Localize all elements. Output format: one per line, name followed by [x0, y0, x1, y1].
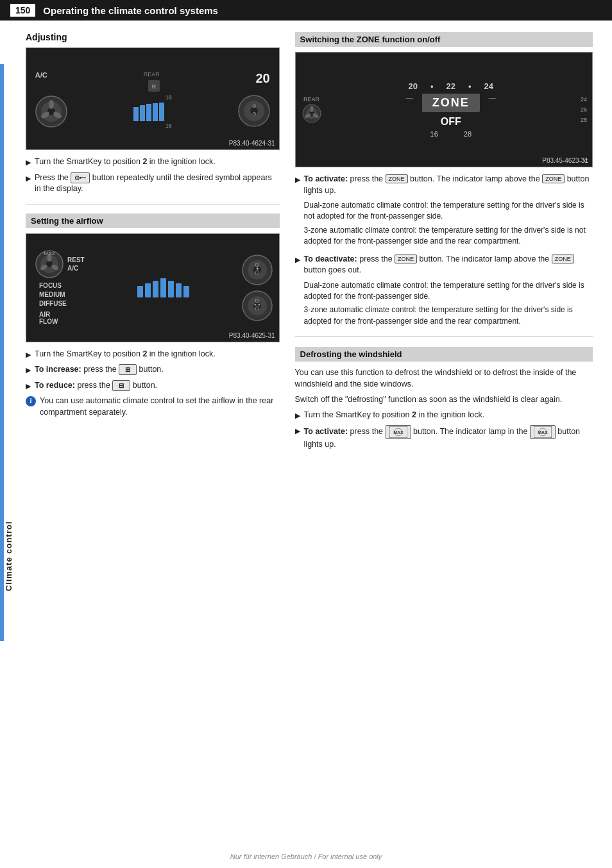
diffuse-label: DIFFUSE: [39, 300, 85, 307]
svg-text:⊙: ⊙: [251, 103, 256, 109]
zone-dot-2: •: [468, 81, 472, 91]
footer-text: Nur für internen Gebrauch / For internal…: [230, 853, 382, 860]
svg-rect-8: [133, 107, 139, 121]
max-btn-svg-2: MAX: [534, 426, 552, 438]
zone-temp-22: 22: [446, 81, 455, 91]
svg-text:MAX: MAX: [44, 251, 55, 256]
airflow-knob-2: ⊙ ⊙ ✦✦: [242, 290, 273, 321]
adjusting-image: A/C REAR R 20: [26, 47, 280, 150]
rest-label: REST: [67, 256, 85, 263]
ac-label: A/C: [35, 71, 47, 79]
main-content: Adjusting A/C REAR R 20: [0, 21, 612, 467]
three-zone-activate: 3-zone automatic climate control: the te…: [304, 225, 593, 247]
airflow-bullets: ▶ Turn the SmartKey to position 2 in the…: [26, 349, 280, 392]
zone-dash-left: —: [406, 94, 413, 112]
defrost-section: Defrosting the windshield You can use th…: [295, 347, 593, 450]
airflow-bullet-3-text: To reduce: press the ⊟ button.: [35, 380, 157, 392]
airflow-section: Setting the airflow: [26, 213, 280, 419]
svg-rect-10: [146, 104, 151, 121]
divider-2: [295, 336, 593, 337]
focus-label: FOCUS: [39, 282, 85, 289]
temp-18: 18: [166, 94, 172, 101]
zone-scale-28: 28: [581, 117, 587, 123]
ac-label-airflow: A/C: [67, 265, 85, 272]
defrost-bullet-2: ▶ To activate: press the MAX button: [295, 425, 593, 451]
max-button-icon-2: MAX: [530, 425, 556, 439]
mode-knob: ⊙ ⊙: [238, 95, 270, 127]
airflow-label: AIRFLOW: [35, 311, 85, 325]
defrost-bullet-1-text: Turn the SmartKey to position 2 in the i…: [304, 410, 485, 421]
zone-temp-28: 28: [464, 130, 472, 138]
zone-bullets: ▶ To activate: press the ZONE button. Th…: [295, 174, 593, 327]
svg-point-5: [49, 100, 54, 109]
bullet-arrow-8: ▶: [295, 411, 300, 421]
vent-knob: [35, 96, 67, 128]
zone-heading: Switching the ZONE function on/off: [295, 32, 593, 47]
defrost-bullet-2-text: To activate: press the MAX button. The i…: [304, 425, 593, 451]
zone-right-scale: 24 26 28: [581, 96, 592, 123]
airflow-fan-knob: MAX: [35, 250, 64, 278]
left-column: Adjusting A/C REAR R 20: [26, 32, 280, 455]
zone-btn-ref2: ZONE: [552, 255, 574, 263]
info-icon: i: [26, 396, 36, 406]
defrost-bullet-1: ▶ Turn the SmartKey to position 2 in the…: [295, 410, 593, 421]
bullet-arrow-7: ▶: [295, 255, 300, 265]
svg-text:R: R: [151, 83, 156, 90]
sidebar-label-text: Climate control: [4, 521, 14, 591]
bullet-arrow-icon-2: ▶: [26, 174, 31, 183]
airflow-bullet-2-text: To increase: press the ⊞ button.: [35, 364, 164, 376]
zone-label-display: ZONE: [432, 96, 470, 109]
zone-btn-activate: ZONE: [386, 174, 408, 183]
temp-display-main: 20: [256, 71, 270, 86]
page-header: 150 Operating the climate control system…: [0, 0, 612, 21]
zone-scale-24: 24: [581, 96, 587, 103]
adjusting-bullet-2: ▶ Press the ⊙⟵ button repeatedly until t…: [26, 172, 280, 195]
svg-text:⊙: ⊙: [251, 111, 256, 117]
airflow-minus-btn: ⊟: [112, 380, 130, 391]
bullet-arrow-5: ▶: [26, 381, 31, 391]
bullet-arrow-6: ▶: [295, 175, 300, 185]
airflow-bullet-1: ▶ Turn the SmartKey to position 2 in the…: [26, 349, 280, 360]
adjusting-bullet-1: ▶ Turn the SmartKey to position 2 in the…: [26, 156, 280, 168]
zone-off-display: OFF: [441, 116, 461, 127]
divider-1: [26, 204, 280, 204]
two-column-layout: Adjusting A/C REAR R 20: [26, 32, 593, 455]
airflow-info: i You can use automatic climate control …: [26, 396, 280, 418]
defrost-bullets: ▶ Turn the SmartKey to position 2 in the…: [295, 410, 593, 451]
zone-activate-text: To activate: press the ZONE button. The …: [304, 174, 590, 195]
zone-deactivate-content: To deactivate: press the ZONE button. Th…: [304, 254, 593, 328]
bullet-arrow-3: ▶: [26, 350, 31, 360]
footer: Nur für internen Gebrauch / For internal…: [0, 853, 612, 860]
adjusting-bullet-2-text: Press the ⊙⟵ button repeatedly until the…: [35, 172, 280, 195]
zone-center: 20 • 22 • 24 — ZONE —: [321, 81, 581, 138]
airflow-bullet-3: ▶ To reduce: press the ⊟ button.: [26, 380, 280, 392]
max-btn-svg: MAX: [389, 426, 407, 438]
rear-label-zone: REAR: [303, 96, 319, 103]
airflow-info-text: You can use automatic climate control to…: [40, 396, 280, 418]
rear-label: REAR: [144, 71, 160, 78]
temp-16: 16: [166, 122, 172, 129]
zone-section: Switching the ZONE function on/off REAR: [295, 32, 593, 451]
segment-bars: [137, 278, 189, 297]
dist-button-icon: ⊙⟵: [71, 172, 90, 183]
climate-panel-graphic: A/C REAR R 20: [26, 48, 279, 149]
medium-label: MEDIUM: [39, 291, 85, 298]
svg-rect-12: [159, 103, 164, 121]
bullet-arrow-4: ▶: [26, 365, 31, 375]
sidebar-label: Climate control: [0, 244, 18, 868]
zone-dash-right: —: [489, 94, 496, 112]
svg-rect-9: [140, 105, 145, 121]
zone-fan-icon: [302, 104, 321, 123]
svg-text:MAX: MAX: [393, 430, 404, 435]
adjusting-bullets: ▶ Turn the SmartKey to position 2 in the…: [26, 156, 280, 195]
right-column: Switching the ZONE function on/off REAR: [295, 32, 593, 455]
defrost-para2: Switch off the "defrosting" function as …: [295, 394, 593, 405]
temp-bar-graphic: [133, 102, 172, 121]
zone-btn-deactivate: ZONE: [395, 255, 417, 263]
svg-text:✦: ✦: [255, 266, 259, 272]
airflow-panel-graphic: MAX REST A/C FOCUS MEDIUM DIFFUSE: [26, 234, 279, 342]
zone-image: REAR: [295, 52, 593, 167]
zone-left: REAR: [296, 96, 321, 123]
airflow-image: MAX REST A/C FOCUS MEDIUM DIFFUSE: [26, 233, 280, 342]
zone-temp-16: 16: [430, 130, 438, 138]
